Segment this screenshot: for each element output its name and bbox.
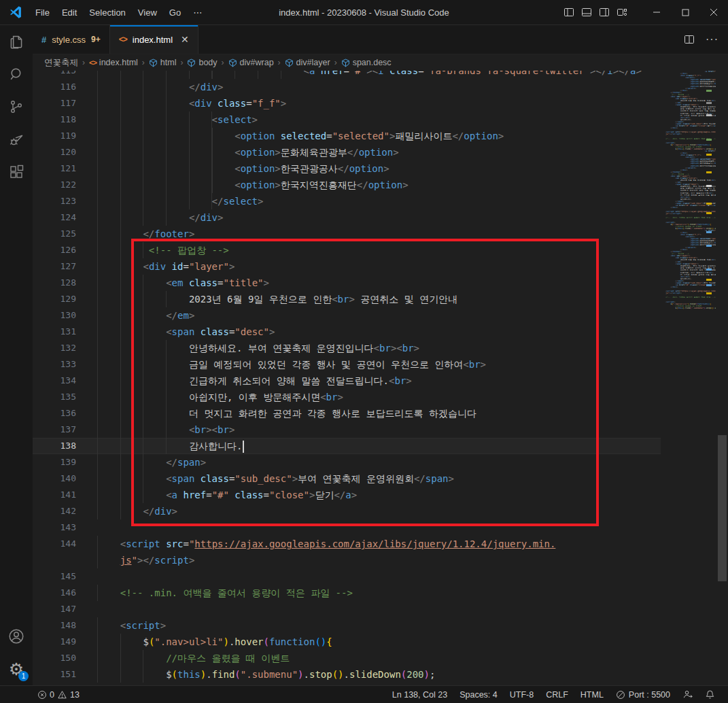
menu-view[interactable]: View	[132, 5, 163, 20]
code-line-text: //마우스 올렸을 때 이벤트	[76, 650, 290, 666]
settings-gear-icon[interactable]: ⚙ 1	[0, 653, 33, 685]
breadcrumb-item[interactable]: span.desc	[340, 58, 393, 67]
cursor-position[interactable]: Ln 138, Col 23	[386, 690, 453, 700]
scrollbar-thumb[interactable]	[718, 435, 727, 581]
menu-selection[interactable]: Selection	[83, 5, 131, 20]
code-line[interactable]: 139</span>	[33, 454, 661, 470]
code-line[interactable]: 135아쉽지만, 이후 방문해주시면<br>	[33, 389, 661, 405]
code-line[interactable]: 150//마우스 올렸을 때 이벤트	[33, 650, 661, 666]
more-actions-icon[interactable]: ···	[706, 33, 718, 46]
toggle-panel-icon[interactable]	[581, 7, 592, 18]
code-line[interactable]: 128<em class="title">	[33, 275, 661, 291]
menu-go[interactable]: Go	[163, 5, 187, 20]
code-line[interactable]: 141<a href="#" class="close">닫기</a>	[33, 487, 661, 503]
code-line[interactable]: 136더 멋지고 화려한 공연과 각종 행사로 보답드리도록 하겠습니다	[33, 405, 661, 422]
code-line[interactable]: 125</footer>	[33, 226, 661, 242]
code-line[interactable]: 144<script src="https://ajax.googleapis.…	[33, 536, 661, 552]
line-number: 141	[33, 487, 76, 503]
code-line[interactable]: 119<option selected="selected">패밀리사이트</o…	[33, 128, 661, 144]
code-line-text: <span class="sub_desc">부여 연꽃축제 운영위원회</sp…	[76, 470, 454, 487]
overview-ruler-marker	[706, 102, 712, 104]
search-icon[interactable]	[0, 58, 33, 90]
menu-⋯[interactable]: ⋯	[187, 5, 208, 20]
breadcrumb-item[interactable]: div#wrap	[227, 58, 275, 67]
line-number: 148	[33, 617, 76, 634]
code-line-text	[76, 519, 97, 536]
code-line[interactable]: 123</select>	[33, 193, 661, 209]
vertical-scrollbar[interactable]	[716, 71, 728, 685]
code-line[interactable]: 117<div class="f_f">	[33, 95, 661, 112]
code-line-text: </footer>	[76, 226, 194, 242]
toggle-secondary-sidebar-icon[interactable]	[599, 7, 610, 18]
code-line[interactable]: 149$(".nav>ul>li").hover(function(){	[33, 634, 661, 650]
code-line[interactable]: 126<!-- 팝업창 -->	[33, 242, 661, 258]
code-line[interactable]: 133금일 예정되어 있었던 각종 행사 및 공연이 우천으로 인하여<br>	[33, 356, 661, 373]
explorer-icon[interactable]	[0, 25, 33, 58]
menu-edit[interactable]: Edit	[56, 5, 83, 20]
toggle-sidebar-icon[interactable]	[564, 7, 574, 18]
code-line[interactable]: 134긴급하게 취소되어 양해 말씀 전달드립니다.<br>	[33, 373, 661, 389]
code-line[interactable]: 140<span class="sub_desc">부여 연꽃축제 운영위원회<…	[33, 470, 661, 487]
code-line[interactable]: 145	[33, 568, 661, 585]
overview-ruler-marker	[706, 231, 712, 233]
code-line[interactable]: 130</em>	[33, 307, 661, 324]
source-control-icon[interactable]	[0, 90, 33, 123]
close-button[interactable]	[699, 0, 728, 25]
feedback-icon[interactable]	[676, 689, 699, 700]
indentation[interactable]: Spaces: 4	[453, 690, 504, 700]
line-number: 115	[33, 71, 76, 79]
code-line[interactable]: 142</div>	[33, 503, 661, 519]
encoding[interactable]: UTF-8	[504, 690, 540, 700]
breadcrumb-item[interactable]: body	[186, 58, 218, 67]
code-line[interactable]: 137<br><br>	[33, 422, 661, 438]
code-line[interactable]: 146<!-- .min. 여백을 줄여서 용량이 적은 파일 -->	[33, 585, 661, 601]
code-line[interactable]: 121<option>한국관광공사</option>	[33, 160, 661, 177]
code-line[interactable]: 124</div>	[33, 209, 661, 226]
code-line[interactable]: 122<option>한국지역진흥재단</option>	[33, 177, 661, 193]
line-number: 119	[33, 128, 76, 144]
breadcrumb-item[interactable]: div#layer	[283, 58, 332, 67]
notifications-icon[interactable]	[699, 689, 721, 700]
code-line[interactable]: js"></script>	[33, 552, 661, 568]
menu-file[interactable]: File	[29, 5, 56, 20]
breadcrumb-item[interactable]: <>index.html	[88, 58, 139, 67]
code-line[interactable]: 116</div>	[33, 79, 661, 95]
overview-ruler-marker	[706, 171, 712, 173]
code-line[interactable]: 1292023년 6월 9일 우천으로 인한<br> 공연취소 및 연기안내	[33, 291, 661, 307]
code-line[interactable]: 127<div id="layer">	[33, 258, 661, 275]
maximize-button[interactable]	[671, 0, 699, 25]
code-line[interactable]: 148<script>	[33, 617, 661, 634]
tab-close-icon[interactable]: ✕	[181, 34, 189, 45]
code-line-text: <a href="#"><i class="fa-brands fa-squar…	[76, 71, 642, 79]
customize-layout-icon[interactable]	[617, 7, 627, 18]
breadcrumb-item[interactable]: 연꽃축제	[43, 57, 80, 69]
code-line[interactable]: 147	[33, 601, 661, 617]
language-mode[interactable]: HTML	[574, 690, 610, 700]
code-line[interactable]: 151$(this).find(".submenu").stop().slide…	[33, 666, 661, 683]
eol-sequence[interactable]: CRLF	[540, 690, 574, 700]
line-number: 137	[33, 422, 76, 438]
run-and-debug-icon[interactable]	[0, 123, 33, 156]
tab-style-css[interactable]: # style.css 9+	[33, 25, 110, 54]
account-icon[interactable]	[0, 620, 33, 653]
minimap[interactable]: <a href="#"><i class="fa-brands fa-squar…	[661, 71, 716, 685]
code-line-text: 긴급하게 취소되어 양해 말씀 전달드립니다.<br>	[76, 373, 412, 389]
code-line[interactable]: 120<option>문화체육관광부</option>	[33, 144, 661, 160]
line-number: 118	[33, 112, 76, 128]
breadcrumb-item[interactable]: html	[148, 58, 178, 67]
minimize-button[interactable]	[642, 0, 671, 25]
code-line[interactable]: 118<select>	[33, 112, 661, 128]
code-line[interactable]: 132안녕하세요. 부여 연꽃축제 운영진입니다<br><br>	[33, 340, 661, 356]
code-line[interactable]: 143	[33, 519, 661, 536]
line-number: 142	[33, 503, 76, 519]
live-server-port[interactable]: Port : 5500	[610, 690, 676, 700]
code-line[interactable]: 138감사합니다.	[33, 438, 661, 454]
problems-indicator[interactable]: 0 13	[37, 690, 80, 700]
code-line-text: <select>	[76, 112, 258, 128]
code-line[interactable]: 131<span class="desc">	[33, 324, 661, 340]
extensions-icon[interactable]	[0, 156, 33, 188]
code-editor[interactable]: 115<a href="#"><i class="fa-brands fa-sq…	[33, 71, 728, 685]
code-line[interactable]: 115<a href="#"><i class="fa-brands fa-sq…	[33, 71, 661, 79]
tab-index-html[interactable]: <> index.html ✕	[110, 25, 198, 54]
split-editor-icon[interactable]	[684, 34, 695, 45]
